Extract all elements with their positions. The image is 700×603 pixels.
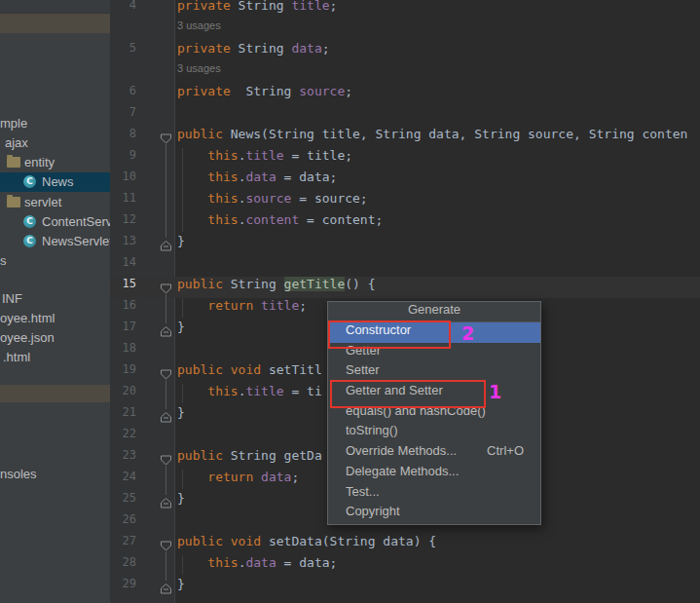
fold-range-guide <box>166 380 166 409</box>
line-number-10[interactable]: 10 <box>110 170 136 191</box>
code-line-11[interactable]: this.source = source; <box>177 191 368 212</box>
tree-item-entity[interactable]: entity <box>0 153 110 172</box>
class-icon: C <box>23 215 36 228</box>
line-number-29[interactable]: 29 <box>110 577 136 598</box>
tree-item-mple[interactable]: mple <box>0 114 110 133</box>
tree-item-nsoles[interactable]: nsoles <box>0 465 110 484</box>
fold-marker-end-29[interactable] <box>160 582 172 594</box>
popup-item-label: Delegate Methods... <box>346 464 459 478</box>
usages-hint[interactable]: 3 usages <box>177 62 221 84</box>
line-number-6[interactable]: 6 <box>110 84 136 105</box>
popup-item-delegate-methods-[interactable]: Delegate Methods... <box>328 464 540 484</box>
code-line-9[interactable]: this.title = title; <box>177 148 352 170</box>
code-line-24[interactable]: return data; <box>177 470 299 491</box>
line-number-18[interactable]: 18 <box>110 341 136 362</box>
fold-marker-start-8[interactable] <box>160 132 172 144</box>
tree-item-newsservlet[interactable]: CNewsServlet <box>0 232 110 251</box>
fold-range-guide <box>166 144 166 238</box>
popup-item-label: Setter <box>346 362 380 377</box>
line-number-14[interactable]: 14 <box>110 255 136 277</box>
ide-window: 4private String title;3 usages5private S… <box>0 0 700 603</box>
fold-marker-start-15[interactable] <box>160 282 172 294</box>
popup-item-tostring-[interactable]: toString() <box>328 423 540 443</box>
tree-item-contentservl[interactable]: CContentServl <box>0 212 110 232</box>
line-number-4[interactable]: 4 <box>110 0 136 19</box>
popup-title: Generate <box>328 302 540 322</box>
sidebar-highlight-bar-2 <box>0 385 110 402</box>
fold-marker-end-17[interactable] <box>160 324 172 337</box>
tree-item-label: NewsServlet <box>42 232 110 251</box>
tree-item-label: INF <box>2 289 22 309</box>
tree-item-servlet[interactable]: servlet <box>0 193 110 212</box>
code-line-10[interactable]: this.data = data; <box>177 170 337 191</box>
fold-marker-end-21[interactable] <box>160 410 172 423</box>
project-sidebar: mpleajaxentityCNewsservletCContentServlC… <box>0 0 110 603</box>
tree-item-oyee-json[interactable]: oyee.json <box>0 328 110 348</box>
line-number-13[interactable]: 13 <box>110 234 136 255</box>
code-line-25[interactable]: } <box>177 491 185 512</box>
popup-item-override-methods-[interactable]: Override Methods...Ctrl+O <box>328 443 540 464</box>
folder-icon <box>7 197 20 207</box>
line-number-17[interactable]: 17 <box>110 320 136 341</box>
line-number-5[interactable]: 5 <box>110 41 136 62</box>
popup-item-copyright[interactable]: Copyright <box>328 504 540 524</box>
fold-marker-end-13[interactable] <box>160 239 172 251</box>
popup-item-label: Override Methods... <box>346 443 457 458</box>
line-number-7[interactable]: 7 <box>110 105 136 127</box>
code-line-29[interactable]: } <box>177 577 185 598</box>
line-number-28[interactable]: 28 <box>110 555 136 577</box>
tree-item-oyee-html[interactable]: oyee.html <box>0 309 110 328</box>
code-line-6[interactable]: private String source; <box>177 84 352 105</box>
code-line-4[interactable]: private String title; <box>177 0 337 19</box>
code-line-28[interactable]: this.data = data; <box>177 555 337 577</box>
line-number-8[interactable]: 8 <box>110 127 136 148</box>
line-number-24[interactable]: 24 <box>110 470 136 491</box>
line-number-25[interactable]: 25 <box>110 491 136 512</box>
fold-marker-start-19[interactable] <box>160 367 172 380</box>
line-number-23[interactable]: 23 <box>110 448 136 470</box>
fold-marker-start-27[interactable] <box>160 539 172 551</box>
line-number-19[interactable]: 19 <box>110 362 136 384</box>
class-icon: C <box>23 175 36 188</box>
tree-item-label: oyee.json <box>0 328 55 348</box>
tree-item-label: entity <box>24 153 55 172</box>
tree-item-ajax[interactable]: ajax <box>0 133 110 153</box>
tree-item--html[interactable]: .html <box>0 348 110 367</box>
code-line-8[interactable]: public News(String title, String data, S… <box>177 127 687 148</box>
tree-item-label: ajax <box>5 133 28 153</box>
line-number-21[interactable]: 21 <box>110 405 136 427</box>
tree-item-s[interactable]: s <box>0 251 110 271</box>
line-number-20[interactable]: 20 <box>110 384 136 405</box>
tree-item-label: oyee.html <box>0 309 55 328</box>
code-line-27[interactable]: public void setData(String data) { <box>177 534 436 555</box>
line-number-26[interactable]: 26 <box>110 512 136 534</box>
line-number-22[interactable]: 22 <box>110 427 136 448</box>
fold-marker-start-23[interactable] <box>160 453 172 466</box>
code-line-21[interactable]: } <box>177 405 185 427</box>
tree-item-inf[interactable]: INF <box>0 289 110 309</box>
line-number-27[interactable]: 27 <box>110 534 136 555</box>
code-line-23[interactable]: public String getDa <box>177 448 322 470</box>
line-number-12[interactable]: 12 <box>110 212 136 234</box>
code-line-15[interactable]: public String getTitle() { <box>177 277 376 298</box>
line-number-16[interactable]: 16 <box>110 298 136 320</box>
code-line-5[interactable]: private String data; <box>177 41 330 62</box>
code-line-20[interactable]: this.title = ti <box>177 384 322 405</box>
fold-marker-end-25[interactable] <box>160 496 172 509</box>
line-number-15[interactable]: 15 <box>110 277 136 298</box>
tree-item-label: News <box>42 172 74 192</box>
code-line-19[interactable]: public void setTitl <box>177 362 322 384</box>
line-number-9[interactable]: 9 <box>110 148 136 170</box>
code-line-12[interactable]: this.content = content; <box>177 212 383 234</box>
usages-hint[interactable]: 3 usages <box>177 19 221 41</box>
class-icon: C <box>23 235 36 247</box>
code-line-16[interactable]: return title; <box>177 298 307 320</box>
popup-item-test-[interactable]: Test... <box>328 484 540 505</box>
code-line-17[interactable]: } <box>177 320 185 341</box>
line-number-11[interactable]: 11 <box>110 191 136 212</box>
tree-item-news[interactable]: CNews <box>0 172 110 192</box>
tree-item-label: s <box>0 251 7 271</box>
code-line-13[interactable]: } <box>177 234 185 255</box>
annotation-number-2: 2 <box>461 322 474 344</box>
popup-item-label: toString() <box>346 423 397 437</box>
